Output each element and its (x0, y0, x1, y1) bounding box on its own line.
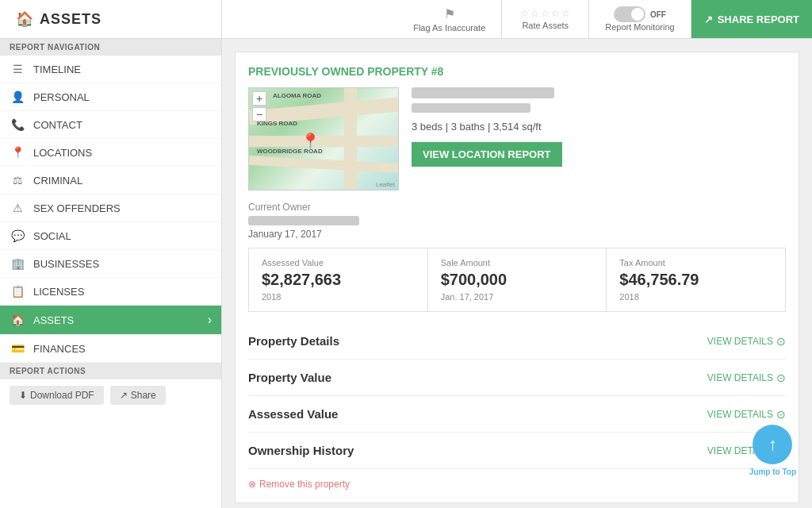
monitoring-label: Report Monitoring (605, 22, 674, 32)
view-details-text: VIEW DETAILS (707, 336, 773, 347)
phone-icon: 📞 (10, 118, 25, 131)
download-icon: ⬇ (19, 390, 27, 401)
chevron-circle-icon: ⊙ (776, 335, 786, 348)
property-8-city-blurred (412, 103, 530, 113)
main-content: PREVIOUSLY OWNED PROPERTY #8 ALGOMA ROAD… (222, 39, 812, 508)
sidebar: REPORT NAVIGATION ☰ TIMELINE 👤 PERSONAL … (0, 39, 222, 508)
property-8-top: ALGOMA ROAD KINGS ROAD WOODBRIDGE ROAD 📍… (248, 87, 786, 190)
sidebar-item-label: PERSONAL (33, 91, 90, 103)
person-icon: 👤 (10, 90, 25, 103)
assessed-value-section[interactable]: Assessed Value VIEW DETAILS ⊙ (248, 396, 786, 433)
map-attribution: Leaflet (376, 181, 395, 188)
chevron-circle-icon-2: ⊙ (776, 371, 786, 384)
sidebar-item-finances[interactable]: 💳 FINANCES (0, 335, 221, 363)
remove-label: Remove this property (259, 479, 350, 490)
assessed-value-item: Assessed Value $2,827,663 2018 (249, 248, 428, 311)
ownership-history-section[interactable]: Ownership History VIEW DETAILS ⊙ (248, 433, 786, 469)
up-arrow-icon: ↑ (768, 434, 777, 455)
assessed-value-view-link[interactable]: VIEW DETAILS ⊙ (707, 408, 786, 421)
rate-label: Rate Assets (522, 21, 569, 30)
sidebar-item-label: LICENSES (33, 286, 84, 298)
flag-label: Flag As Inaccurate (413, 23, 485, 33)
card-icon: 💳 (10, 342, 25, 355)
view-location-report-button[interactable]: VIEW LOCATION REPORT (412, 142, 562, 167)
sidebar-item-assets[interactable]: 🏠 ASSETS › (0, 306, 221, 335)
sidebar-item-locations[interactable]: 📍 LOCATIONS (0, 139, 221, 167)
map-pin: 📍 (301, 132, 320, 151)
map-zoom-in[interactable]: + (252, 91, 266, 106)
owner-date: January 17, 2017 (248, 229, 786, 240)
gavel-icon: ⚖ (10, 174, 25, 187)
tax-amount-item: Tax Amount $46,756.79 2018 (607, 248, 785, 311)
building-icon: 🏢 (10, 257, 25, 270)
jump-to-top-button[interactable]: ↑ Jump to Top (749, 425, 796, 476)
flag-icon: ⚑ (444, 6, 455, 21)
property-details-section[interactable]: Property Details VIEW DETAILS ⊙ (248, 323, 786, 360)
sale-amount-date: Jan. 17, 2017 (441, 292, 594, 302)
sidebar-item-social[interactable]: 💬 SOCIAL (0, 222, 221, 250)
sidebar-item-sex-offenders[interactable]: ⚠ SEX OFFENDERS (0, 194, 221, 222)
sidebar-item-label: ASSETS (33, 314, 74, 326)
sidebar-item-label: FINANCES (33, 343, 86, 355)
location-icon: 📍 (10, 146, 25, 159)
sidebar-item-criminal[interactable]: ⚖ CRIMINAL (0, 167, 221, 194)
sidebar-item-label: CRIMINAL (33, 175, 82, 187)
chevron-circle-icon-3: ⊙ (776, 408, 786, 421)
assessed-value-label: Assessed Value (262, 258, 415, 267)
remove-property-button[interactable]: ⊗ Remove this property (248, 479, 786, 490)
share-icon: ↗ (704, 13, 713, 25)
property-8-title: PREVIOUSLY OWNED PROPERTY #8 (248, 65, 786, 78)
property-8-info: 3 beds | 3 baths | 3,514 sq/ft VIEW LOCA… (412, 87, 786, 190)
tax-amount-value: $46,756.79 (619, 271, 772, 289)
ownership-history-label: Ownership History (248, 444, 707, 457)
sale-amount-label: Sale Amount (441, 258, 594, 267)
sidebar-item-contact[interactable]: 📞 CONTACT (0, 111, 221, 139)
property-8-address-blurred (412, 87, 554, 98)
map-zoom-out[interactable]: − (252, 107, 266, 121)
property-value-section[interactable]: Property Value VIEW DETAILS ⊙ (248, 360, 786, 396)
sidebar-item-label: LOCATIONS (33, 147, 92, 159)
download-pdf-button[interactable]: ⬇ Download PDF (10, 386, 104, 405)
view-details-text: VIEW DETAILS (707, 409, 773, 420)
current-owner-label: Current Owner (248, 202, 786, 213)
toggle-label: OFF (650, 10, 666, 19)
sale-amount-value: $700,000 (441, 271, 594, 289)
view-details-text: VIEW DETAILS (707, 372, 773, 383)
sidebar-item-label: BUSINESSES (33, 258, 99, 270)
assessed-value-amount: $2,827,663 (262, 271, 415, 289)
brand-logo: 🏠 ASSETS (0, 0, 222, 38)
tax-amount-year: 2018 (619, 292, 772, 302)
header-actions: ⚑ Flag As Inaccurate ☆ ☆ ☆ ☆ ☆ Rate Asse… (222, 0, 812, 38)
tax-amount-label: Tax Amount (619, 258, 772, 267)
home-sidebar-icon: 🏠 (10, 314, 25, 326)
property-details-label: Property Details (248, 334, 707, 348)
star-rating: ☆ ☆ ☆ ☆ ☆ (520, 8, 570, 19)
share-button[interactable]: ↗ Share (110, 386, 166, 405)
report-monitoring-toggle[interactable]: OFF Report Monitoring (589, 0, 691, 38)
report-actions: ⬇ Download PDF ↗ Share (0, 379, 221, 411)
sidebar-item-businesses[interactable]: 🏢 BUSINESSES (0, 250, 221, 278)
property-card-8: PREVIOUSLY OWNED PROPERTY #8 ALGOMA ROAD… (235, 52, 799, 503)
flag-inaccurate-button[interactable]: ⚑ Flag As Inaccurate (397, 0, 502, 38)
property-value-view-link[interactable]: VIEW DETAILS ⊙ (707, 371, 786, 384)
share-report-button[interactable]: ↗ SHARE REPORT (691, 0, 812, 38)
property-value-label: Property Value (248, 371, 707, 384)
report-actions-label: REPORT ACTIONS (0, 363, 221, 379)
property-8-map[interactable]: ALGOMA ROAD KINGS ROAD WOODBRIDGE ROAD 📍… (248, 87, 399, 190)
assessed-value-year: 2018 (262, 292, 415, 302)
report-nav-label: REPORT NAVIGATION (0, 39, 221, 56)
owner-name-blurred (248, 216, 359, 225)
property-values-grid: Assessed Value $2,827,663 2018 Sale Amou… (248, 248, 786, 312)
rate-assets-button[interactable]: ☆ ☆ ☆ ☆ ☆ Rate Assets (502, 0, 589, 38)
sidebar-item-label: TIMELINE (33, 64, 81, 75)
sidebar-item-personal[interactable]: 👤 PERSONAL (0, 83, 221, 111)
property-8-beds: 3 beds | 3 baths | 3,514 sq/ft (412, 121, 786, 133)
chevron-right-icon: › (208, 313, 212, 327)
property-details-view-link[interactable]: VIEW DETAILS ⊙ (707, 335, 786, 348)
sidebar-item-timeline[interactable]: ☰ TIMELINE (0, 56, 221, 83)
sidebar-item-licenses[interactable]: 📋 LICENSES (0, 278, 221, 306)
toggle-switch[interactable] (614, 6, 645, 22)
view-location-label: VIEW LOCATION REPORT (423, 148, 551, 160)
sidebar-item-label: CONTACT (33, 119, 82, 131)
share-report-label: SHARE REPORT (718, 13, 799, 25)
